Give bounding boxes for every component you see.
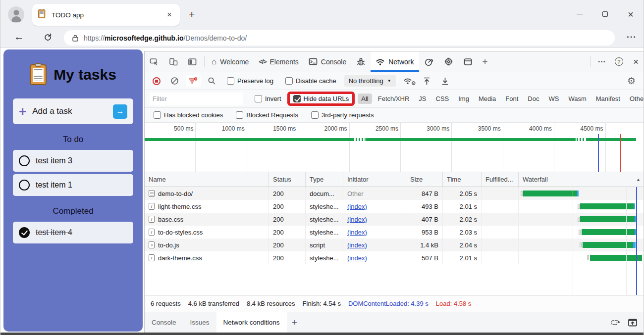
tab-welcome[interactable]: ⌂ Welcome xyxy=(207,51,254,72)
resource-type-filter[interactable]: Fetch/XHR xyxy=(375,94,413,104)
request-filter-checkbox[interactable]: 3rd-party requests xyxy=(311,111,374,119)
resource-type-filter[interactable]: CSS xyxy=(432,94,453,104)
drawer-tab-network-conditions[interactable]: Network conditions xyxy=(216,312,287,333)
cell-name[interactable]: light-theme.css xyxy=(145,200,269,213)
tab-debugger-bug-icon[interactable] xyxy=(351,51,371,72)
resource-type-filter[interactable]: Doc xyxy=(524,94,542,104)
drawer-add-tab-plus-icon[interactable]: + xyxy=(287,312,302,333)
hide-data-urls-checkbox[interactable]: Hide data URLs xyxy=(293,95,349,102)
clear-network-log-icon[interactable] xyxy=(167,77,182,85)
devtools-more-icon[interactable]: ··· xyxy=(593,51,611,72)
initiator-link[interactable]: (index) xyxy=(347,241,367,249)
tab-application-icon[interactable] xyxy=(458,51,478,72)
drawer-tab-issues[interactable]: Issues xyxy=(183,312,216,333)
devtools-close-icon[interactable]: × xyxy=(627,51,644,72)
inspect-element-icon[interactable] xyxy=(145,51,164,72)
resource-type-filter[interactable]: WS xyxy=(545,94,562,104)
refresh-button[interactable] xyxy=(43,33,53,42)
resource-type-filter[interactable]: Wasm xyxy=(565,94,590,104)
drawer-tab-console[interactable]: Console xyxy=(145,312,183,333)
network-overview-timeline[interactable]: 500 ms 1000 ms 1500 ms 2000 ms 2500 ms 3… xyxy=(145,123,644,172)
resource-type-filter[interactable]: JS xyxy=(415,94,429,104)
preserve-log-checkbox[interactable]: Preserve log xyxy=(227,77,273,85)
lock-icon[interactable] xyxy=(72,34,79,42)
add-task-label[interactable]: Add a task xyxy=(32,106,113,116)
cell-name[interactable]: to-do.js xyxy=(145,239,269,251)
task-checked-circle-icon[interactable] xyxy=(19,227,30,238)
column-header-name[interactable]: Name xyxy=(145,172,269,187)
filter-input[interactable] xyxy=(150,93,243,105)
window-minimize-button[interactable] xyxy=(577,14,583,15)
task-checkbox-circle-icon[interactable] xyxy=(19,155,30,166)
submit-task-button[interactable]: → xyxy=(113,104,127,119)
window-close-button[interactable]: × xyxy=(628,9,634,19)
browser-menu-icon[interactable]: ··· xyxy=(627,32,637,42)
tab-console[interactable]: Console xyxy=(304,51,351,72)
browser-tab[interactable]: TODO app × xyxy=(32,4,180,26)
checkbox-icon[interactable] xyxy=(227,77,234,85)
tab-close-icon[interactable]: × xyxy=(165,10,174,20)
checkbox-icon[interactable] xyxy=(255,95,262,102)
initiator-link[interactable]: (index) xyxy=(347,254,367,262)
network-conditions-icon[interactable]: ⚙ xyxy=(400,77,416,85)
more-tabs-plus-icon[interactable]: + xyxy=(478,51,493,72)
column-header-waterfall[interactable]: Waterfall ▲ xyxy=(519,172,644,187)
request-row[interactable]: demo-to-do/ 200 docum... Other 847 B 2.0… xyxy=(145,187,644,200)
profile-avatar[interactable] xyxy=(8,6,24,23)
panel-layout-icon[interactable] xyxy=(183,51,202,72)
request-filter-checkbox[interactable]: Has blocked cookies xyxy=(154,111,223,119)
initiator-link[interactable]: (index) xyxy=(347,229,367,236)
initiator-link[interactable]: (index) xyxy=(347,203,367,210)
todo-list-item[interactable]: test item 1 xyxy=(13,174,133,196)
export-har-icon[interactable] xyxy=(420,77,434,86)
column-header-size[interactable]: Size xyxy=(406,172,443,187)
drawer-undock-icon[interactable] xyxy=(611,318,621,327)
checkbox-icon[interactable] xyxy=(285,77,293,85)
record-network-log-icon[interactable] xyxy=(153,77,161,85)
resource-type-filter[interactable]: All xyxy=(358,94,372,104)
address-bar[interactable]: https://microsoftedge.github.io/Demos/de… xyxy=(64,30,615,46)
checkbox-icon[interactable] xyxy=(236,111,243,119)
request-row[interactable]: light-theme.css 200 styleshe... (index) … xyxy=(145,200,644,213)
window-maximize-button[interactable] xyxy=(602,11,608,17)
checkbox-icon[interactable] xyxy=(311,111,319,119)
task-checkbox-circle-icon[interactable] xyxy=(19,180,30,191)
initiator-link[interactable]: (index) xyxy=(347,216,367,223)
request-row[interactable]: to-do-styles.css 200 styleshe... (index)… xyxy=(145,226,644,239)
cell-name[interactable]: to-do-styles.css xyxy=(145,226,269,239)
tab-performance-icon[interactable] xyxy=(419,51,439,72)
add-task-button[interactable]: + Add a task → xyxy=(13,98,133,124)
tab-elements[interactable]: </> Elements xyxy=(254,51,303,72)
request-row[interactable]: base.css 200 styleshe... (index) 407 B 2… xyxy=(145,213,644,226)
cell-name[interactable]: demo-to-do/ xyxy=(145,187,269,200)
request-filter-checkbox[interactable]: Blocked Requests xyxy=(236,111,298,119)
column-header-type[interactable]: Type xyxy=(306,172,343,187)
resource-type-filter[interactable]: Img xyxy=(455,94,473,104)
resource-type-filter[interactable]: Media xyxy=(475,94,499,104)
back-button[interactable]: ← xyxy=(14,31,24,43)
search-icon[interactable] xyxy=(205,77,219,85)
column-header-status[interactable]: Status xyxy=(269,172,306,187)
throttling-dropdown[interactable]: No throttling ▼ xyxy=(344,75,396,87)
resource-type-filter[interactable]: Other xyxy=(626,94,644,104)
initiator-link[interactable]: Other xyxy=(347,190,364,197)
devtools-help-icon[interactable]: ? xyxy=(611,51,627,72)
drawer-expand-icon[interactable] xyxy=(628,318,638,327)
column-header-initiator[interactable]: Initiator xyxy=(343,172,406,187)
checkbox-icon[interactable] xyxy=(154,111,161,119)
column-header-time[interactable]: Time xyxy=(443,172,482,187)
checkbox-checked-icon[interactable] xyxy=(293,95,301,102)
new-tab-button[interactable]: + xyxy=(189,8,195,21)
tab-network[interactable]: Network xyxy=(371,51,419,72)
filter-toggle-icon[interactable] xyxy=(186,75,201,87)
cell-name[interactable]: dark-theme.css xyxy=(145,251,269,264)
request-row[interactable]: dark-theme.css 200 styleshe... (index) 5… xyxy=(145,251,644,264)
resource-type-filter[interactable]: Font xyxy=(502,94,522,104)
column-header-fulfilled[interactable]: Fulfilled... xyxy=(482,172,519,187)
cell-name[interactable]: base.css xyxy=(145,213,269,226)
todo-list-item[interactable]: test item 3 xyxy=(13,150,133,172)
device-emulation-icon[interactable] xyxy=(164,51,183,72)
completed-list-item[interactable]: test item 4 xyxy=(13,222,133,243)
request-row[interactable]: to-do.js 200 script (index) 1.4 kB 2.04 … xyxy=(145,239,644,251)
disable-cache-checkbox[interactable]: Disable cache xyxy=(285,77,336,85)
